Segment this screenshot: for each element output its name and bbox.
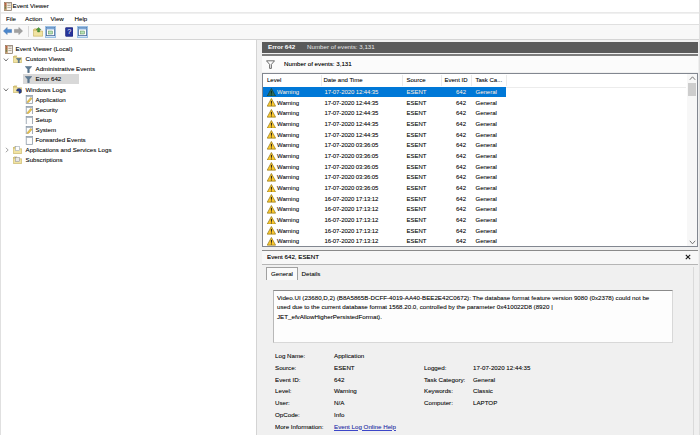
svg-text:?: ?: [67, 27, 71, 36]
